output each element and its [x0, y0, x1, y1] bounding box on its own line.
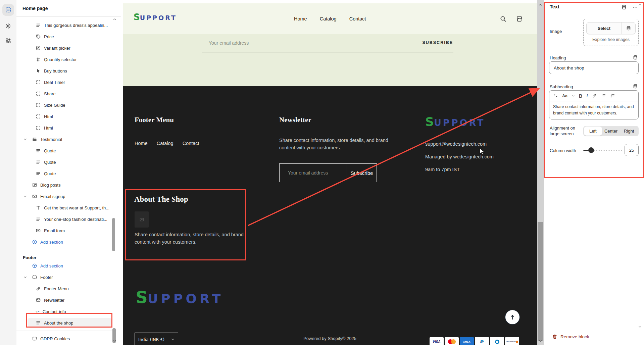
alignment-option-center[interactable]: Center — [602, 127, 620, 136]
sidebar-item-contact-info[interactable]: ’P’Contact-info — [16, 306, 116, 317]
sidebar-item-quote[interactable]: Quote — [16, 145, 116, 156]
nav-link-catalog[interactable]: Catalog — [320, 16, 337, 21]
blog-icon — [32, 182, 37, 188]
sidebar-divider — [16, 329, 116, 331]
sidebar-item-share[interactable]: Share — [16, 88, 116, 99]
image-select-button[interactable]: Select — [586, 22, 636, 34]
sidebar-item-label: Get the best wear at Support, th... — [44, 205, 109, 210]
magic-icon[interactable] — [553, 93, 558, 98]
sidebar-item-email-signup[interactable]: Email signup — [16, 191, 116, 202]
alignment-option-left[interactable]: Left — [584, 127, 602, 136]
brackets-icon — [36, 91, 41, 96]
footer-contact-email[interactable]: support@wedesigntech.com — [425, 141, 487, 147]
text-style-dropdown[interactable]: Aa — [562, 94, 567, 98]
italic-button[interactable]: I — [586, 93, 588, 99]
subheading-dynamic-source-icon[interactable] — [633, 84, 638, 89]
explore-free-images-link[interactable]: Explore free images — [584, 37, 638, 42]
footer-email-input[interactable]: Your email address — [280, 164, 347, 182]
more-options-icon[interactable] — [632, 4, 638, 10]
sidebar-scrollbar-thumb[interactable] — [112, 218, 115, 251]
scroll-to-top-button[interactable] — [505, 310, 519, 324]
preview-scroll-up-icon[interactable] — [538, 3, 542, 7]
numbered-list-icon[interactable] — [610, 93, 615, 98]
remove-block-button[interactable]: Remove block — [552, 334, 589, 339]
sidebar-scroll-down-icon[interactable] — [113, 339, 116, 343]
sidebar-item-blog-posts[interactable]: Blog posts — [16, 179, 116, 191]
shop-icon[interactable] — [515, 15, 523, 23]
country-selector[interactable]: India (INR ₹) — [135, 333, 178, 345]
sidebar-item-quote[interactable]: Quote — [16, 168, 116, 179]
column-width-slider[interactable] — [583, 147, 622, 153]
nav-link-contact[interactable]: Contact — [349, 16, 366, 21]
about-text: Share contact information, store details… — [135, 231, 250, 246]
sidebar-item-deal-timer[interactable]: Deal Timer — [16, 77, 116, 88]
chevron-down-icon[interactable] — [572, 94, 575, 98]
sidebar-item-quantity-selector[interactable]: Quantity selector — [16, 54, 116, 65]
text-lines-icon — [36, 171, 41, 176]
sidebar-item-get-the-best-wear-at-support[interactable]: Get the best wear at Support, th... — [16, 202, 116, 213]
chevron-down-icon[interactable] — [23, 138, 27, 141]
sidebar-item-newsletter[interactable]: Newsletter — [16, 294, 116, 306]
chevron-down-icon[interactable] — [23, 195, 27, 198]
sidebar-item-about-the-shop[interactable]: About the shop — [16, 317, 116, 329]
alignment-option-right[interactable]: Right — [620, 127, 638, 136]
sidebar-item-gdpr-cookies[interactable]: GDPR Cookies — [16, 333, 116, 344]
email-input[interactable]: Your email address — [209, 40, 249, 46]
heading-input[interactable]: About the shop — [549, 61, 639, 74]
sidebar-item-your-one-stop-fashion-destin[interactable]: Your one-stop fashion destinati... — [16, 213, 116, 225]
slider-track-dotted — [594, 150, 622, 151]
footer-link-catalog[interactable]: Catalog — [157, 141, 174, 146]
brackets-icon — [36, 80, 41, 85]
bold-button[interactable]: B — [579, 93, 582, 99]
sidebar-item-testimonial[interactable]: Testimonial — [16, 134, 116, 145]
bullet-list-icon[interactable] — [601, 93, 606, 98]
preview-scrollbar-thumb[interactable] — [538, 222, 543, 341]
sidebar-item-html[interactable]: Html — [16, 122, 116, 134]
footer-subscribe-button[interactable]: Subscribe — [347, 164, 377, 182]
dynamic-source-icon[interactable] — [621, 4, 627, 10]
subscribe-button[interactable]: SUBSCRIBE — [422, 40, 453, 45]
sidebar-item-add-section[interactable]: Add section — [16, 236, 116, 248]
footer-link-home[interactable]: Home — [135, 141, 148, 146]
sidebar-item-html[interactable]: Html — [16, 111, 116, 122]
chevron-down-icon[interactable] — [23, 276, 27, 279]
panel-scroll-up-icon[interactable] — [638, 3, 642, 7]
sidebar-item-add-section[interactable]: Add section — [16, 260, 116, 272]
preview-scroll-down-icon[interactable] — [538, 339, 542, 343]
subheading-input[interactable]: Share contact information, store details… — [549, 101, 639, 116]
sidebar-scroll-up-icon[interactable] — [113, 17, 116, 21]
T-icon — [36, 205, 41, 210]
sections-icon[interactable] — [2, 4, 14, 16]
hash-icon — [36, 57, 41, 62]
sidebar-item-label: Testimonial — [40, 137, 62, 142]
sidebar-item-this-gorgeous-dress-s-appeal[interactable]: This gorgeous dress's appealin... — [16, 19, 116, 31]
slider-knob[interactable] — [588, 147, 594, 153]
panel-title: Text — [550, 4, 559, 9]
sidebar-item-footer-menu[interactable]: Footer Menu — [16, 283, 116, 294]
brackets-icon — [36, 114, 41, 119]
preview-scrollbar[interactable] — [537, 0, 544, 345]
settings-icon[interactable] — [2, 20, 14, 32]
sidebar-item-size-guide[interactable]: Size Guide — [16, 99, 116, 111]
footer-link-contact[interactable]: Contact — [183, 141, 199, 146]
sidebar-item-label: Variant picker — [44, 46, 70, 51]
link-icon[interactable] — [592, 93, 597, 98]
sidebar-item-label: Contact-info — [43, 309, 66, 314]
section-icon — [32, 336, 37, 341]
nav-link-home[interactable]: Home — [294, 16, 307, 21]
sidebar-item-variant-picker[interactable]: Variant picker — [16, 42, 116, 54]
search-icon[interactable] — [499, 15, 507, 22]
sidebar-item-quote[interactable]: Quote — [16, 156, 116, 168]
heading-dynamic-source-icon[interactable] — [633, 55, 638, 60]
sidebar-item-email-form[interactable]: Email form — [16, 225, 116, 236]
panel-scroll-down-icon[interactable] — [638, 325, 642, 329]
sidebar-item-price[interactable]: Price — [16, 31, 116, 42]
image-dynamic-source-icon[interactable] — [622, 22, 635, 34]
sidebar-item-buy-buttons[interactable]: Buy buttons — [16, 65, 116, 77]
column-width-value[interactable]: 25 — [625, 144, 639, 156]
apps-icon[interactable] — [2, 35, 14, 47]
sidebar-item-footer[interactable]: Footer — [16, 272, 116, 283]
text-lines-icon — [36, 216, 41, 222]
sidebar-item-label: Html — [44, 114, 53, 119]
store-logo[interactable]: SUPPORT — [134, 12, 177, 22]
